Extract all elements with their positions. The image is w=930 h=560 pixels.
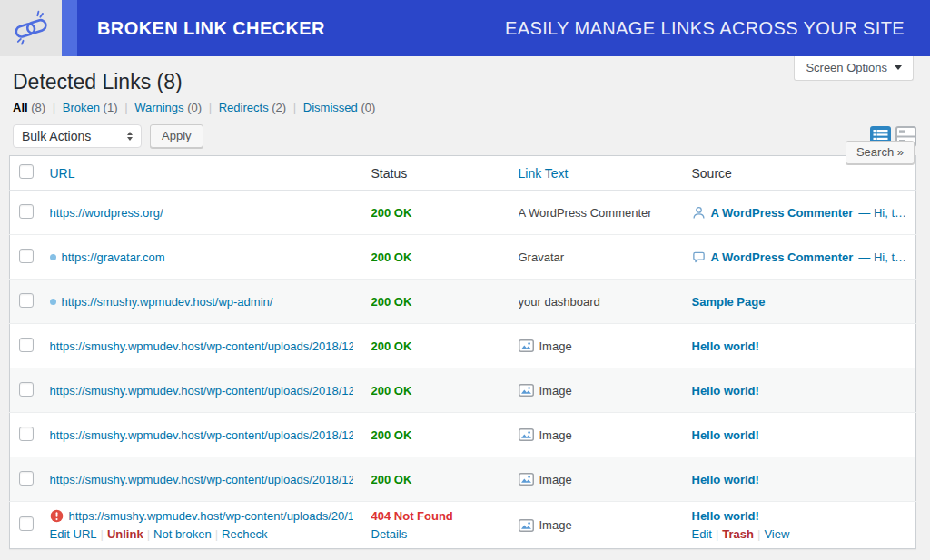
redirect-dot	[50, 299, 56, 305]
link-text-cell: Image	[519, 473, 674, 486]
select-all-checkbox[interactable]	[19, 164, 34, 179]
details-link[interactable]: Details	[371, 527, 408, 541]
status-badge: 200 OK	[371, 384, 412, 398]
status-badge: 200 OK	[371, 428, 412, 442]
link-text-label: your dashboard	[519, 295, 600, 309]
source-link[interactable]: Hello world!	[692, 384, 759, 398]
url-cell: https://smushy.wpmudev.host/wp-content/u…	[50, 428, 353, 442]
link-text-cell: Image	[519, 518, 674, 532]
search-button[interactable]: Search »	[846, 141, 915, 164]
source-cell: Hello world!	[692, 428, 907, 442]
link-text-cell: A WordPress Commenter	[519, 206, 674, 220]
row-checkbox[interactable]	[19, 471, 34, 486]
filter-warnings[interactable]: Warnings	[134, 101, 183, 114]
source-cell: A WordPress Commenter — Hi, this is a co…	[692, 206, 907, 220]
url-link[interactable]: https://gravatar.com	[62, 251, 165, 264]
action-recheck[interactable]: Recheck	[222, 527, 268, 541]
image-icon	[519, 428, 534, 441]
url-cell: https://gravatar.com	[50, 251, 353, 264]
status-badge: 200 OK	[371, 251, 412, 264]
main-content: Detected Links (8) Search » All (8) Brok…	[0, 56, 930, 549]
column-header-source: Source	[692, 166, 732, 181]
row-checkbox[interactable]	[19, 293, 34, 308]
filter-broken[interactable]: Broken	[63, 101, 100, 114]
apply-button[interactable]: Apply	[150, 124, 203, 148]
source-link[interactable]: Hello world!	[692, 473, 759, 486]
source-excerpt[interactable]: — Hi, this is a co…	[858, 251, 906, 264]
url-link[interactable]: https://smushy.wpmudev.host/wp-content/u…	[50, 473, 353, 486]
source-link[interactable]: Sample Page	[692, 295, 766, 309]
row-checkbox[interactable]	[19, 427, 34, 441]
action-edit-url[interactable]: Edit URL	[50, 527, 97, 541]
redirect-dot	[50, 254, 56, 260]
header-accent-strip	[62, 0, 77, 56]
table-body: https://wordpress.org/200 OKA WordPress …	[10, 191, 916, 549]
source-cell: Hello world!	[692, 339, 907, 353]
row-checkbox[interactable]	[19, 338, 34, 352]
source-link[interactable]: Hello world!	[692, 509, 759, 523]
table-nav: Bulk Actions Apply	[13, 124, 916, 148]
table-row: https://smushy.wpmudev.host/wp-content/u…	[10, 502, 916, 549]
column-header-url[interactable]: URL	[50, 166, 75, 181]
link-text-cell: Image	[519, 339, 674, 353]
select-arrows-icon	[127, 132, 133, 141]
url-cell: https://wordpress.org/	[50, 206, 353, 220]
url-link[interactable]: https://smushy.wpmudev.host/wp-content/u…	[50, 339, 353, 353]
action-not-broken[interactable]: Not broken	[153, 527, 212, 541]
image-icon	[519, 384, 534, 397]
source-link[interactable]: A WordPress Commenter	[711, 206, 854, 220]
row-checkbox[interactable]	[19, 382, 34, 397]
url-link[interactable]: https://smushy.wpmudev.host/wp-content/u…	[69, 509, 353, 523]
row-checkbox[interactable]	[19, 516, 34, 531]
action-edit[interactable]: Edit	[692, 527, 712, 541]
column-header-status: Status	[371, 166, 408, 181]
plugin-header: BROKEN LINK CHECKER EASILY MANAGE LINKS …	[0, 0, 930, 56]
column-header-link-text[interactable]: Link Text	[519, 166, 569, 181]
action-separator	[212, 527, 222, 541]
filter-separator	[121, 101, 131, 114]
source-link[interactable]: Hello world!	[692, 339, 759, 353]
source-link[interactable]: Hello world!	[692, 428, 759, 442]
filter-broken-count: (1)	[104, 101, 118, 114]
action-trash[interactable]: Trash	[722, 527, 754, 541]
source-link[interactable]: A WordPress Commenter	[711, 251, 854, 264]
link-text-cell: Image	[519, 428, 674, 442]
source-cell: Hello world!	[692, 384, 907, 398]
comment-icon	[692, 251, 706, 264]
warning-icon	[50, 509, 64, 523]
status-filter-links: All (8) Broken (1) Warnings (0) Redirect…	[13, 101, 916, 114]
link-text-label: Image	[539, 339, 572, 353]
plugin-tagline: EASILY MANAGE LINKS ACROSS YOUR SITE	[505, 18, 905, 39]
url-link[interactable]: https://smushy.wpmudev.host/wp-content/u…	[50, 384, 353, 398]
link-text-cell: Image	[519, 384, 674, 398]
table-row: https://wordpress.org/200 OKA WordPress …	[10, 191, 916, 235]
url-actions: Edit URLUnlinkNot brokenRecheck	[50, 527, 353, 541]
filter-redirects[interactable]: Redirects	[219, 101, 269, 114]
url-link[interactable]: https://smushy.wpmudev.host/wp-admin/	[62, 295, 273, 309]
url-link[interactable]: https://wordpress.org/	[50, 206, 163, 220]
url-cell: https://smushy.wpmudev.host/wp-content/u…	[50, 339, 353, 353]
row-checkbox[interactable]	[19, 204, 34, 219]
url-cell: https://smushy.wpmudev.host/wp-admin/	[50, 295, 353, 309]
status-badge: 404 Not Found	[371, 509, 453, 523]
filter-dismissed[interactable]: Dismissed	[303, 101, 358, 114]
detected-links-table: URL Status Link Text Source https://word…	[9, 155, 916, 549]
url-cell: https://smushy.wpmudev.host/wp-content/u…	[50, 384, 353, 398]
source-actions: EditTrashView	[692, 527, 907, 541]
filter-all[interactable]: All	[13, 101, 28, 114]
link-text-cell: your dashboard	[519, 295, 674, 309]
action-view[interactable]: View	[764, 527, 789, 541]
action-unlink[interactable]: Unlink	[107, 527, 143, 541]
row-checkbox[interactable]	[19, 249, 34, 263]
source-excerpt[interactable]: — Hi, this is a co…	[858, 206, 906, 220]
action-separator	[712, 527, 722, 541]
bulk-actions-select[interactable]: Bulk Actions	[13, 124, 142, 148]
filter-all-count: (8)	[31, 101, 45, 114]
action-separator	[97, 527, 107, 541]
url-link[interactable]: https://smushy.wpmudev.host/wp-content/u…	[50, 428, 353, 442]
filter-separator	[49, 101, 59, 114]
action-separator	[143, 527, 153, 541]
status-badge: 200 OK	[371, 295, 412, 309]
link-text-label: Image	[539, 518, 572, 532]
status-badge: 200 OK	[371, 473, 412, 486]
